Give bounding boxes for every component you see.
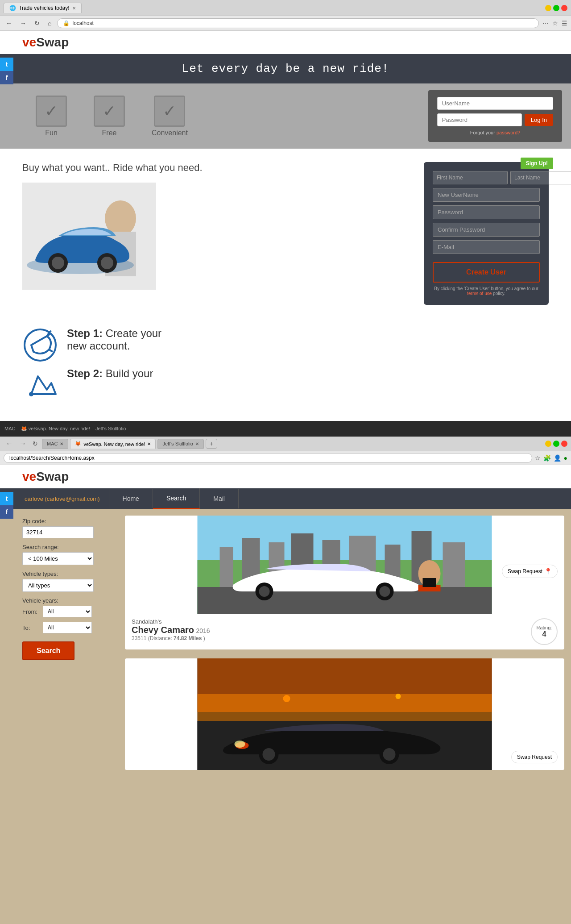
car-card-1: Swap Request 📍 Sandalath's Chevy Camaro … (125, 516, 564, 649)
tab-veswap-close[interactable]: ✕ (147, 441, 151, 446)
email-input[interactable] (433, 240, 540, 254)
from-label: From: (22, 608, 40, 615)
svg-rect-28 (423, 578, 436, 587)
home-button[interactable]: ⌂ (46, 19, 54, 28)
logo-ve-top: ve (22, 35, 36, 49)
minimize-btn-bottom[interactable] (545, 441, 551, 447)
new-tab-button[interactable]: + (206, 439, 217, 449)
facebook-btn-bottom[interactable]: f (0, 505, 13, 519)
swap-request-btn-1[interactable]: Swap Request 📍 (502, 565, 558, 578)
forgot-link[interactable]: password? (497, 130, 520, 135)
steps-section: Step 1: Create yournew account. Step 2: … (0, 318, 571, 421)
listings-area: Swap Request 📍 Sandalath's Chevy Camaro … (118, 509, 571, 786)
tab-jeff-close[interactable]: ✕ (195, 441, 199, 446)
last-name-input[interactable] (510, 171, 571, 184)
step-2-bold: Step 2: (67, 367, 103, 379)
nav-search[interactable]: Search (153, 488, 200, 509)
login-button[interactable]: Log In (525, 114, 553, 126)
refresh-button[interactable]: ↻ (32, 19, 42, 28)
feature-convenient: ✓ Convenient (138, 91, 201, 142)
signup-tag: Sign Up! (521, 158, 553, 169)
refresh-btn-bottom[interactable]: ↻ (30, 439, 40, 448)
minimize-btn[interactable] (545, 5, 551, 11)
terms-before: By clicking the 'Create User' button, yo… (434, 286, 538, 291)
tab-jeff[interactable]: Jeff's Skillfolio ✕ (157, 439, 204, 449)
step-1-item: Step 1: Create yournew account. (22, 327, 549, 363)
back-btn-bottom[interactable]: ← (4, 439, 15, 449)
forward-btn-bottom[interactable]: → (17, 439, 29, 449)
fun-checkmark: ✓ (36, 96, 67, 127)
swap-request-btn-2[interactable]: Swap Request (511, 751, 558, 763)
tab-close-btn[interactable]: ✕ (72, 6, 76, 11)
password-input[interactable] (437, 113, 522, 126)
nav-user-text: carlove (carlove@gmail.com) (25, 495, 100, 502)
search-button[interactable]: Search (22, 641, 74, 660)
online-indicator: ● (564, 454, 567, 462)
swap-request-text-1: Swap Request (508, 568, 542, 574)
terms-link[interactable]: terms of use (467, 291, 492, 296)
new-username-input[interactable] (433, 188, 540, 202)
taskbar-items: MAC 🦊 veSwap. New day, new ride! Jeff's … (4, 426, 126, 432)
tab-mac-close[interactable]: ✕ (60, 441, 63, 446)
main-content: Zip code: Search range: < 25 Miles < 50 … (0, 509, 571, 786)
rating-value-1: 4 (542, 630, 546, 638)
vehicle-types-label: Vehicle types: (22, 570, 112, 577)
bottom-browser-chrome: ← → ↻ MAC ✕ 🦊 veSwap. New day, new ride!… (0, 437, 571, 451)
facebook-btn[interactable]: f (0, 71, 13, 84)
nav-mail[interactable]: Mail (200, 489, 239, 508)
twitter-btn[interactable]: t (0, 58, 13, 71)
vehicle-types-select[interactable]: All types Cars Trucks SUVs Motorcycles (22, 579, 94, 592)
address-box-bottom[interactable]: localhost/Search/SearchHome.aspx (4, 453, 532, 463)
forward-button[interactable]: → (18, 19, 29, 28)
car-image-container-1: Swap Request 📍 (125, 516, 564, 614)
signup-left: Buy what you want.. Ride what you need. (22, 162, 410, 290)
year-to-select[interactable]: All 2015 2020 2024 (43, 622, 92, 633)
tab-mac[interactable]: MAC ✕ (42, 439, 68, 449)
rating-circle-1: Rating: 4 (531, 618, 558, 645)
maximize-btn-bottom[interactable] (553, 441, 559, 447)
username-input[interactable] (437, 97, 553, 110)
zipcode-input[interactable] (22, 526, 94, 538)
address-text-bottom: localhost/Search/SearchHome.aspx (9, 455, 95, 461)
signup-password-input[interactable] (433, 205, 540, 219)
bottom-browser-window: ← → ↻ MAC ✕ 🦊 veSwap. New day, new ride!… (0, 437, 571, 786)
menu-icon[interactable]: ☰ (562, 20, 567, 27)
search-range-select[interactable]: < 25 Miles < 50 Miles < 100 Miles < 200 … (22, 552, 94, 565)
close-btn[interactable] (561, 5, 567, 11)
tab-trade-vehicles[interactable]: 🌐 Trade vehicles today! ✕ (4, 3, 82, 13)
top-browser-chrome: 🌐 Trade vehicles today! ✕ (0, 0, 571, 16)
nav-user-info: carlove (carlove@gmail.com) (16, 489, 109, 508)
tab-veswap-active[interactable]: 🦊 veSwap. New day, new ride! ✕ (70, 439, 156, 449)
veswap-logo-bottom: veSwap (22, 470, 69, 484)
first-name-input[interactable] (433, 171, 508, 184)
year-to-row: To: All 2015 2020 2024 (22, 622, 112, 633)
twitter-btn-bottom[interactable]: t (0, 492, 13, 505)
close-btn-bottom[interactable] (561, 441, 567, 447)
more-icon[interactable]: ⋯ (542, 20, 549, 27)
year-from-select[interactable]: All 2010 2015 2020 (43, 606, 92, 617)
swap-request-text-2: Swap Request (517, 754, 552, 760)
profile-icon[interactable]: 👤 (554, 454, 561, 462)
search-range-label: Search range: (22, 544, 112, 550)
bookmark-icon[interactable]: ☆ (552, 20, 558, 27)
social-sidebar-top: t f (0, 58, 13, 84)
nav-home[interactable]: Home (109, 489, 153, 508)
car-distance-1: 74.82 Miles (174, 635, 202, 641)
year-from-row: From: All 2010 2015 2020 (22, 606, 112, 617)
svg-point-9 (29, 392, 33, 396)
create-user-button[interactable]: Create User (433, 262, 540, 283)
fun-label: Fun (45, 129, 58, 137)
svg-point-7 (101, 257, 113, 269)
back-button[interactable]: ← (4, 19, 14, 28)
confirm-password-input[interactable] (433, 223, 540, 237)
addr-toolbar: ☆ 🧩 👤 ● (535, 454, 567, 462)
zipcode-label: Zip code: (22, 518, 112, 524)
maximize-btn[interactable] (553, 5, 559, 11)
features-login-section: ✓ Fun ✓ Free ✓ Convenient Log In (0, 83, 571, 149)
veswap-favicon-bottom: 🦊 (75, 441, 81, 447)
bookmark-icon-bottom[interactable]: ☆ (535, 454, 541, 462)
free-label: Free (102, 129, 117, 137)
car-distance-suffix-1: ) (203, 635, 205, 641)
address-bar[interactable]: 🔒 localhost (57, 18, 539, 28)
extensions-icon[interactable]: 🧩 (543, 454, 551, 462)
